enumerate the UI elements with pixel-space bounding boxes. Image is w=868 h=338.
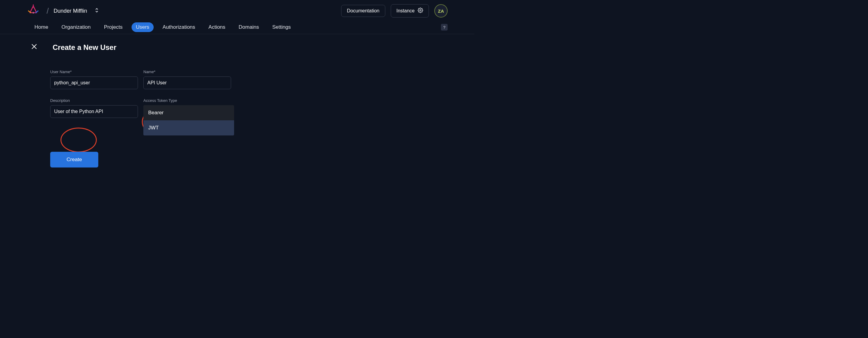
main-nav: HomeOrganizationProjectsUsersAuthorizati… [0, 18, 474, 34]
breadcrumb-separator: / [46, 6, 49, 16]
create-user-form: User Name* Name* Description Access Toke… [50, 69, 447, 167]
field-username: User Name* [50, 69, 138, 89]
nav-item-actions[interactable]: Actions [204, 22, 229, 32]
help-label: ? [443, 25, 445, 30]
username-input[interactable] [50, 76, 138, 89]
org-selector[interactable]: Dunder Mifflin [54, 7, 99, 14]
token-type-option-jwt[interactable]: JWT [143, 120, 234, 135]
create-label: Create [66, 157, 82, 162]
annotation-circle-create [61, 128, 97, 152]
description-label: Description [50, 98, 138, 103]
documentation-button[interactable]: Documentation [341, 5, 385, 17]
field-token-type: Access Token Type BearerJWT [143, 98, 231, 135]
token-type-option-bearer[interactable]: Bearer [143, 105, 234, 120]
instance-label: Instance [397, 8, 415, 13]
instance-button[interactable]: Instance [391, 4, 429, 18]
field-name: Name* [143, 69, 231, 89]
close-icon[interactable] [30, 42, 38, 52]
help-button[interactable]: ? [441, 24, 447, 31]
token-type-label: Access Token Type [143, 98, 231, 103]
create-button[interactable]: Create [50, 152, 98, 167]
logo-icon [27, 4, 40, 18]
description-input[interactable] [50, 105, 138, 118]
nav-item-settings[interactable]: Settings [268, 22, 295, 32]
logo-area: / Dunder Mifflin [27, 4, 99, 18]
nav-item-domains[interactable]: Domains [235, 22, 263, 32]
nav-item-authorizations[interactable]: Authorizations [158, 22, 199, 32]
username-label: User Name* [50, 69, 138, 74]
avatar-initials: ZA [438, 8, 444, 13]
svg-point-1 [420, 10, 421, 11]
nav-item-users[interactable]: Users [131, 22, 153, 32]
avatar[interactable]: ZA [434, 4, 447, 18]
field-description: Description [50, 98, 138, 118]
nav-item-organization[interactable]: Organization [57, 22, 95, 32]
header: / Dunder Mifflin Documentation Instance [0, 0, 474, 18]
chevron-sort-icon [95, 7, 99, 14]
org-name: Dunder Mifflin [54, 8, 87, 14]
documentation-label: Documentation [347, 8, 379, 13]
name-input[interactable] [143, 76, 231, 89]
token-type-dropdown[interactable]: BearerJWT [143, 105, 234, 135]
nav-item-home[interactable]: Home [30, 22, 52, 32]
name-label: Name* [143, 69, 231, 74]
page-title: Create a New User [53, 43, 117, 52]
nav-item-projects[interactable]: Projects [100, 22, 127, 32]
gear-icon [418, 7, 423, 14]
